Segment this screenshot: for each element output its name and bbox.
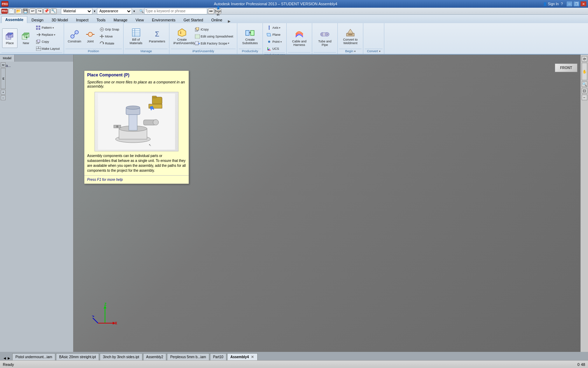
- ucs-button[interactable]: UCS: [265, 46, 284, 52]
- tab-view[interactable]: View: [132, 16, 148, 23]
- new-component-button[interactable]: + New: [18, 28, 34, 48]
- browser-tree: Pla...: [0, 62, 73, 70]
- place-component-button[interactable]: Place: [2, 28, 18, 48]
- convert-arrow[interactable]: ▾: [379, 50, 380, 53]
- new-file-button[interactable]: 📄: [8, 8, 15, 14]
- tab-manage[interactable]: Manage: [110, 16, 131, 23]
- tab-online[interactable]: Online: [207, 16, 226, 23]
- svg-point-67: [153, 120, 159, 125]
- bom-button[interactable]: Bill of Materials: [126, 26, 147, 47]
- left-tool-1[interactable]: M: [1, 62, 6, 67]
- quick-access-bar: PRO 📄 📂 💾 ↩ ↪ 📌 🔧 Material ▾ Appearance …: [0, 8, 588, 15]
- settings-button[interactable]: 🔧: [50, 8, 57, 14]
- axis-button[interactable]: Axis▾: [265, 25, 284, 31]
- copy-button[interactable]: Copy: [34, 39, 62, 45]
- move-button[interactable]: Move: [98, 33, 121, 40]
- view-cube-front[interactable]: FRONT: [555, 63, 578, 72]
- svg-text:X: X: [115, 321, 117, 325]
- parameters-button[interactable]: Σ Parameters: [147, 26, 167, 47]
- svg-rect-56: [152, 96, 156, 98]
- edit-spreadsheet-button[interactable]: Edit using Spreadsheet: [193, 33, 235, 40]
- zoom-in-button[interactable]: 🔍: [582, 81, 587, 87]
- plane-button[interactable]: Plane: [265, 32, 284, 38]
- icopy-button[interactable]: iCopy: [193, 26, 235, 33]
- create-substitutes-button[interactable]: Create Substitutes: [239, 26, 260, 47]
- place-component-label: Place: [6, 42, 14, 45]
- doc-nav-left[interactable]: ◀: [3, 356, 7, 360]
- tab-inspect[interactable]: Inspect: [72, 16, 92, 23]
- svg-rect-13: [37, 40, 40, 42]
- tab-perplexus[interactable]: Perplexus 5mm b...iam: [167, 353, 209, 360]
- browser-content: Pla...: [0, 62, 73, 352]
- edit-factory-button[interactable]: Edit Factory Scope▾: [193, 40, 235, 47]
- svg-point-69: [116, 125, 118, 128]
- position-group-label: Position: [65, 49, 122, 53]
- tab-assemble[interactable]: Assemble: [1, 16, 27, 23]
- tab-assembly2[interactable]: Assembly2: [143, 353, 167, 360]
- tab-tools[interactable]: Tools: [93, 16, 110, 23]
- svg-rect-38: [246, 30, 249, 35]
- sign-in-button[interactable]: 👤 Sign In: [215, 8, 221, 14]
- tab-environments[interactable]: Environments: [148, 16, 179, 23]
- point-button[interactable]: Point▾: [265, 39, 284, 45]
- svg-rect-3: [10, 33, 12, 34]
- constrain-button[interactable]: Constrain: [66, 26, 83, 47]
- restore-button[interactable]: ❐: [573, 1, 580, 7]
- make-layout-label: Make Layout: [42, 47, 60, 50]
- begin-arrow[interactable]: ▾: [354, 50, 356, 53]
- tube-pipe-button[interactable]: Tube and Pipe: [314, 28, 335, 49]
- zoom-in-left[interactable]: +: [1, 90, 6, 95]
- rotate-button[interactable]: Rotate: [98, 40, 121, 47]
- save-button[interactable]: 💾: [22, 8, 29, 14]
- create-ipart-button[interactable]: i Create iPart/iAssembly: [172, 26, 192, 47]
- pin-button[interactable]: 📌: [43, 8, 50, 14]
- close-button[interactable]: ✕: [580, 1, 587, 7]
- tab-getstarted[interactable]: Get Started: [180, 16, 207, 23]
- tab-pistol[interactable]: Pistol undermount...iam: [12, 353, 55, 360]
- cable-harness-icon: [294, 29, 304, 39]
- replace-button[interactable]: Replace▾: [34, 32, 62, 38]
- create-ipart-label: Create iPart/iAssembly: [173, 38, 191, 45]
- convert-group-label: Convert ▾: [365, 49, 383, 53]
- open-file-button[interactable]: 📂: [15, 8, 22, 14]
- replace-arrow: ▾: [54, 33, 55, 36]
- grip-snap-button[interactable]: Grip Snap: [98, 26, 121, 33]
- begin-group-label: Begin ▾: [339, 49, 362, 53]
- tab-assembly4-close[interactable]: ✕: [250, 355, 254, 359]
- tab-3dmodel[interactable]: 3D Model: [48, 16, 72, 23]
- tab-assembly4[interactable]: Assembly4 ✕: [227, 353, 258, 360]
- minimize-button[interactable]: ─: [566, 1, 573, 7]
- cable-harness-button[interactable]: Cable and Harness: [289, 28, 310, 49]
- edit-spreadsheet-label: Edit using Spreadsheet: [201, 35, 233, 38]
- model-tab[interactable]: Model: [0, 55, 15, 62]
- orbit-button[interactable]: ⟳: [582, 56, 587, 62]
- tab-basic[interactable]: BAsic 20mm streight.ipt: [56, 353, 99, 360]
- tab-3inch[interactable]: 3inch by 3inch sides.ipt: [100, 353, 142, 360]
- sign-in-link[interactable]: 👤 Sign In: [543, 2, 559, 6]
- joint-button[interactable]: Joint: [84, 26, 97, 47]
- tab-part10[interactable]: Part10: [210, 353, 226, 360]
- redo-button[interactable]: ↪: [36, 8, 43, 14]
- left-panel: Model Pla... M M + −: [0, 55, 74, 352]
- tooltip-image: ↖: [94, 92, 178, 151]
- doc-nav-right[interactable]: ▶: [7, 356, 11, 360]
- zoom-out-left[interactable]: −: [1, 95, 6, 100]
- more-tabs-icon[interactable]: ▶: [228, 19, 231, 23]
- undo-button[interactable]: ↩: [29, 8, 36, 14]
- material-selector[interactable]: Material: [61, 8, 92, 14]
- convert-weldment-button[interactable]: Convert to Weldment: [340, 26, 361, 47]
- zoom-extents-button[interactable]: ⊡: [582, 88, 587, 94]
- pan-button[interactable]: ✋: [582, 63, 587, 80]
- pattern-button[interactable]: Pattern▾: [34, 25, 62, 31]
- ipart-group-content: i Create iPart/iAssembly iCopy Edit usin…: [171, 24, 236, 49]
- new-component-icon: +: [21, 31, 31, 41]
- tab-design[interactable]: Design: [28, 16, 47, 23]
- appearance-selector[interactable]: Appearance: [97, 8, 132, 14]
- search-options-button[interactable]: ▾▾: [208, 8, 214, 14]
- zoom-out-button[interactable]: −: [582, 95, 587, 100]
- left-tool-m[interactable]: M: [1, 68, 6, 89]
- tab-perplexus-label: Perplexus 5mm b...iam: [170, 355, 206, 359]
- help-icon[interactable]: ?: [561, 2, 563, 6]
- make-layout-button[interactable]: Make Layout: [34, 46, 62, 52]
- search-input[interactable]: [144, 8, 207, 14]
